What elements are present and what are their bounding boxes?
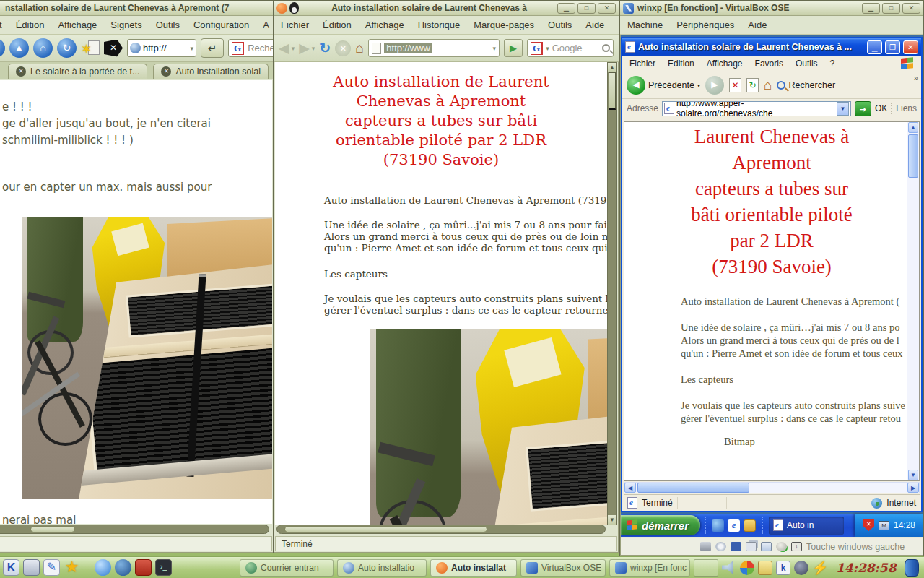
konqueror-titlebar[interactable]: nstallation solaire de Laurent Chenevas … (0, 1, 274, 16)
back-button[interactable]: ◀ Précédente ▾ (627, 76, 700, 95)
horizontal-scrollbar[interactable] (276, 525, 606, 534)
thunderbird-icon[interactable] (115, 559, 131, 576)
menu-item[interactable]: Affichage (365, 20, 404, 30)
menu-item[interactable]: Aide (748, 20, 767, 30)
scroll-down-arrow[interactable]: ▼ (608, 515, 616, 525)
menu-item[interactable]: Outils (548, 20, 572, 30)
tab-le-solaire[interactable]: ✕ Le solaire à la portée de t... (8, 64, 147, 79)
virtualbox-tray-icon[interactable]: M (879, 521, 889, 530)
menu-item[interactable]: Edition (668, 59, 694, 69)
shapes-icon[interactable] (740, 561, 754, 575)
menu-item[interactable]: Configuration (193, 20, 249, 30)
scroll-left-arrow[interactable]: ◀ (624, 483, 636, 493)
scroll-up-arrow[interactable]: ▲ (908, 122, 918, 133)
desktop-pager[interactable] (694, 559, 718, 577)
virtualbox-titlebar[interactable]: winxp [En fonction] - VirtualBox OSE ▁ □… (620, 1, 923, 16)
home-icon[interactable]: ⌂ (355, 40, 364, 56)
chevron-down-icon[interactable]: ▾ (492, 45, 496, 52)
vertical-scrollbar[interactable]: ▲ ▼ (907, 122, 919, 480)
firefox-titlebar[interactable]: Auto installation solaire de Laurent Che… (274, 1, 619, 16)
close-button[interactable]: ✕ (902, 3, 920, 14)
scrollbar-thumb[interactable] (908, 134, 918, 178)
menu-item[interactable]: Affichage (707, 59, 743, 69)
up-icon[interactable]: ▲ (9, 38, 29, 58)
scrollbar-thumb[interactable] (609, 72, 616, 110)
stop-icon[interactable]: ✕ (104, 40, 123, 57)
url-field[interactable]: http:// ▾ (127, 39, 196, 57)
chevron-down-icon[interactable]: ▾ (312, 45, 315, 52)
links-label[interactable]: Liens (896, 103, 917, 113)
home-icon[interactable]: ⌂ (33, 38, 53, 58)
menu-item[interactable]: Signets (110, 20, 141, 30)
chevron-down-icon[interactable]: ▾ (292, 45, 295, 52)
horizontal-scrollbar[interactable] (0, 525, 269, 534)
star-icon[interactable]: ★ (64, 559, 80, 576)
package-icon[interactable] (135, 559, 152, 576)
chevron-down-icon[interactable]: ▾ (190, 45, 193, 52)
taskbar-task-auto-in[interactable]: Auto in (769, 517, 844, 535)
menu-item[interactable]: Affichage (58, 20, 97, 30)
xp-clock[interactable]: 14:28 (894, 520, 915, 530)
desktop-icon[interactable] (23, 559, 40, 576)
menu-item[interactable]: Marque-pages (474, 20, 534, 30)
menu-item[interactable]: t (0, 20, 2, 30)
ok-label[interactable]: OK (875, 103, 887, 113)
menu-item[interactable]: Fichier (281, 20, 309, 30)
task-winxp-vm[interactable]: winxp [En fonc (609, 559, 690, 577)
scroll-up-arrow[interactable]: ▲ (608, 63, 616, 72)
scrollbar-thumb[interactable] (284, 526, 487, 532)
forward-icon[interactable]: ▶ (299, 41, 310, 55)
close-button[interactable]: ✕ (598, 3, 616, 14)
kopete-icon[interactable] (95, 559, 111, 576)
chevron-down-icon[interactable]: ▾ (697, 82, 700, 89)
start-button[interactable]: démarrer (621, 515, 700, 535)
task-auto-installation-firefox[interactable]: Auto installat (430, 559, 517, 577)
go-icon[interactable]: ➔ (855, 101, 871, 116)
menu-item[interactable]: Périphériques (676, 20, 734, 30)
kmenu-icon[interactable]: K (3, 559, 19, 576)
terminal-icon[interactable]: ›_ (155, 559, 172, 576)
chevron-down-icon[interactable]: ▾ (546, 45, 549, 52)
minimize-button[interactable]: ▁ (867, 40, 882, 54)
klipper-icon[interactable]: k (776, 561, 790, 575)
scroll-right-arrow[interactable]: ▶ (907, 483, 919, 493)
task-virtualbox[interactable]: VirtualBox OSE (520, 559, 606, 577)
menu-item[interactable]: A (263, 20, 269, 30)
maximize-button[interactable]: □ (882, 3, 900, 14)
reload-icon[interactable]: ↻ (319, 40, 331, 56)
toolbar-overflow-icon[interactable]: » (914, 74, 918, 82)
menu-item[interactable]: Édition (323, 20, 352, 30)
stop-icon[interactable]: ✕ (729, 78, 741, 92)
maximize-button[interactable]: □ (578, 3, 596, 14)
go-button[interactable]: ↵ (201, 38, 224, 58)
restore-button[interactable]: ❐ (885, 40, 900, 54)
power-bolt-icon[interactable]: ⚡ (812, 561, 827, 575)
media-icon[interactable] (712, 519, 724, 532)
task-auto-installation-konqueror[interactable]: Auto installatio (337, 559, 427, 577)
close-icon[interactable]: ✕ (16, 66, 26, 77)
panel-clock[interactable]: 14:28:58 (836, 561, 897, 575)
tab-auto-installation[interactable]: ✕ Auto installation solai (153, 64, 268, 79)
minimize-button[interactable]: ▁ (862, 3, 880, 14)
menu-item[interactable]: Outils (796, 59, 818, 69)
volume-icon[interactable] (722, 561, 736, 575)
close-icon[interactable]: ✕ (161, 66, 171, 77)
ie-icon[interactable]: e (728, 519, 740, 532)
chevron-down-icon[interactable]: ▼ (837, 102, 849, 116)
cylinder-icon[interactable] (905, 559, 919, 577)
task-courrier[interactable]: Courrier entran (240, 559, 334, 577)
pen-icon[interactable]: ✎ (43, 559, 60, 576)
horizontal-scrollbar[interactable]: ◀ ▶ (624, 482, 920, 493)
scrollbar-thumb[interactable] (637, 483, 749, 493)
close-button[interactable]: ✕ (903, 40, 918, 54)
menu-item[interactable]: Favoris (755, 59, 783, 69)
forward-icon[interactable]: ▶ (705, 76, 724, 95)
menu-item[interactable]: Édition (16, 20, 45, 30)
home-icon[interactable]: ⌂ (764, 77, 772, 93)
security-alert-icon[interactable]: ✕ (863, 519, 874, 531)
scrollbar-thumb[interactable] (30, 526, 75, 532)
menu-item[interactable]: ? (830, 59, 835, 69)
menu-item[interactable]: Outils (156, 20, 180, 30)
helmet-icon[interactable] (794, 561, 808, 575)
stop-icon[interactable]: ✕ (335, 40, 351, 56)
